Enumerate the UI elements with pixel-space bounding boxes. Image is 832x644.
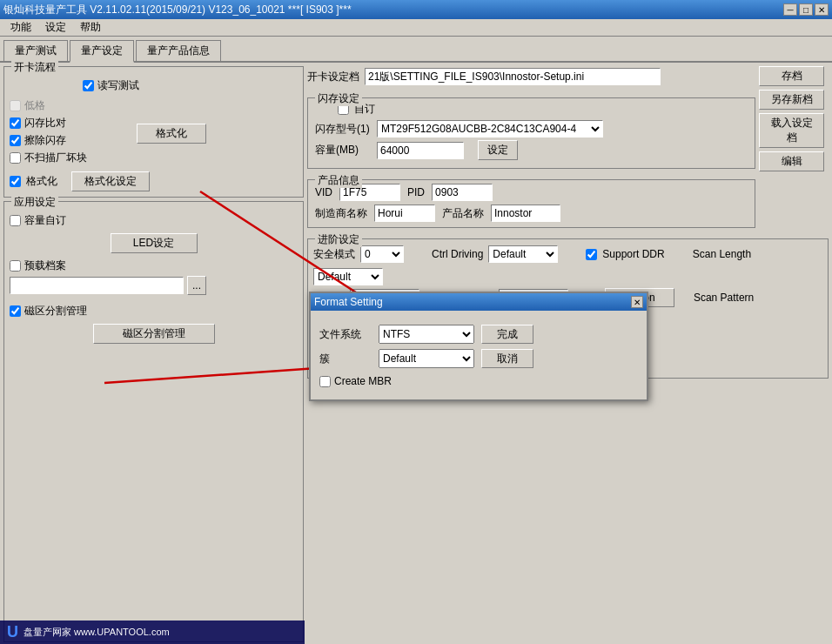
fs-row: 文件系统 NTFS FAT32 FAT exFAT 完成 bbox=[319, 325, 638, 344]
modal-cancel-button[interactable]: 取消 bbox=[481, 349, 533, 368]
modal-title: Format Setting bbox=[314, 296, 383, 308]
create-mbr-checkbox[interactable] bbox=[319, 376, 331, 387]
modal-overlay: Format Setting ✕ 文件系统 NTFS FAT32 FAT exF… bbox=[0, 0, 832, 644]
cluster-select[interactable]: Default 512 1024 2048 4096 bbox=[379, 349, 474, 368]
modal-close-button[interactable]: ✕ bbox=[631, 296, 643, 308]
cluster-row: 簇 Default 512 1024 2048 4096 取消 bbox=[319, 349, 638, 368]
format-setting-dialog: Format Setting ✕ 文件系统 NTFS FAT32 FAT exF… bbox=[309, 292, 648, 401]
modal-title-bar: Format Setting ✕ bbox=[311, 293, 647, 311]
fs-select[interactable]: NTFS FAT32 FAT exFAT bbox=[379, 325, 474, 344]
modal-done-button[interactable]: 完成 bbox=[481, 325, 533, 344]
cluster-label: 簇 bbox=[319, 352, 372, 366]
fs-label: 文件系统 bbox=[319, 327, 372, 342]
modal-body: 文件系统 NTFS FAT32 FAT exFAT 完成 簇 Default 5… bbox=[311, 311, 647, 399]
create-mbr-label: Create MBR bbox=[334, 375, 392, 387]
create-mbr-row: Create MBR bbox=[319, 375, 638, 387]
